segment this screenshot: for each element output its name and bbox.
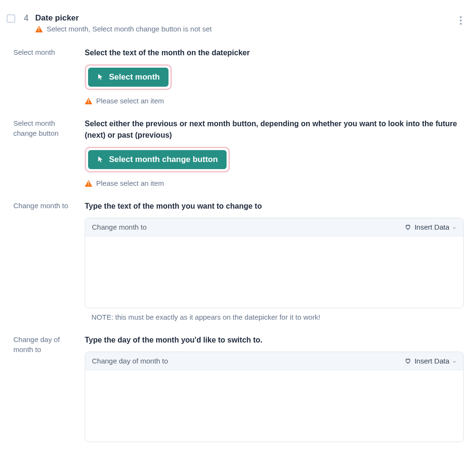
step-number: 4 <box>24 13 29 23</box>
cursor-icon <box>97 156 104 163</box>
step-header: 4 Date picker Select month, Select month… <box>5 10 471 42</box>
warning-icon <box>35 26 43 32</box>
plug-icon <box>404 357 412 365</box>
insert-data-button[interactable]: Insert Data ⌄ <box>404 357 456 365</box>
step-warning-text: Select month, Select month change button… <box>47 25 212 33</box>
select-button-highlight: Select month change button <box>85 147 230 172</box>
section-warning-text: Please select an item <box>96 97 164 105</box>
insert-data-label: Insert Data <box>415 223 449 231</box>
section-warning-text: Please select an item <box>96 179 164 187</box>
section-select-month-change: Select month change button Select either… <box>5 113 471 196</box>
step-checkbox[interactable] <box>7 14 15 23</box>
section-warning: Please select an item <box>85 97 464 105</box>
plug-icon <box>404 223 412 231</box>
section-label: Select month <box>13 47 85 57</box>
section-description: Select either the previous or next month… <box>85 118 464 141</box>
chevron-down-icon: ⌄ <box>452 224 456 230</box>
step-title: Date picker <box>35 13 455 23</box>
section-warning: Please select an item <box>85 179 464 187</box>
warning-icon <box>85 180 92 187</box>
input-placeholder: Change month to <box>92 223 147 231</box>
insert-data-button[interactable]: Insert Data ⌄ <box>404 223 456 231</box>
section-change-month-to: Change month to Type the text of the mon… <box>5 196 471 330</box>
chevron-down-icon: ⌄ <box>452 358 456 364</box>
section-description: Select the text of the month on the date… <box>85 47 464 59</box>
section-label: Change month to <box>13 201 85 211</box>
select-month-button[interactable]: Select month <box>88 68 169 87</box>
button-label: Select month <box>109 72 160 82</box>
more-menu-button[interactable] <box>455 13 466 28</box>
warning-icon <box>85 98 92 104</box>
button-label: Select month change button <box>109 155 218 164</box>
section-description: Type the text of the month you want to c… <box>85 201 464 212</box>
section-change-day-to: Change day of month to Type the day of t… <box>5 330 471 454</box>
section-select-month: Select month Select the text of the mont… <box>5 42 471 113</box>
select-month-change-button[interactable]: Select month change button <box>88 150 227 169</box>
section-label: Change day of month to <box>13 334 85 354</box>
cursor-icon <box>97 73 104 81</box>
input-placeholder: Change day of month to <box>92 357 168 365</box>
step-warning: Select month, Select month change button… <box>35 25 455 33</box>
section-note: NOTE: this must be exactly as it appears… <box>85 313 464 321</box>
section-label: Select month change button <box>13 118 85 138</box>
change-month-input[interactable]: Change month to Insert Data ⌄ <box>85 218 464 308</box>
insert-data-label: Insert Data <box>415 357 449 365</box>
section-description: Type the day of the month you'd like to … <box>85 334 464 346</box>
change-day-input[interactable]: Change day of month to Insert Data ⌄ <box>85 352 464 442</box>
select-button-highlight: Select month <box>85 64 172 90</box>
